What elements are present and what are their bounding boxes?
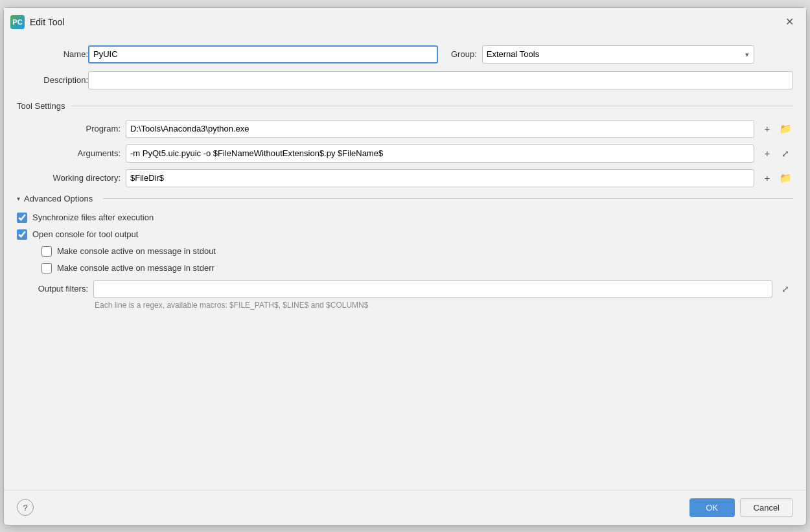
stdout-row: Make console active on message in stdout <box>17 246 793 257</box>
working-directory-add-button[interactable]: + <box>759 170 775 186</box>
program-input[interactable] <box>126 120 754 138</box>
working-directory-actions: + 📁 <box>759 170 793 186</box>
app-icon: PC <box>10 15 25 29</box>
dialog-title: Edit Tool <box>30 17 64 27</box>
arguments-row: Arguments: + ⤢ <box>23 145 793 163</box>
stdout-label: Make console active on message in stdout <box>57 246 216 256</box>
program-add-button[interactable]: + <box>759 121 775 137</box>
tool-settings-divider <box>71 106 793 106</box>
arguments-actions: + ⤢ <box>759 146 793 161</box>
description-label: Description: <box>17 75 88 85</box>
sync-files-checkbox[interactable] <box>17 213 27 223</box>
open-console-row: Open console for tool output <box>17 229 793 240</box>
advanced-options-header: ▾ Advanced Options <box>17 194 793 203</box>
arguments-label: Arguments: <box>23 148 121 158</box>
working-directory-row: Working directory: + 📁 <box>23 169 793 187</box>
close-button[interactable]: ✕ <box>781 14 797 30</box>
name-input[interactable] <box>88 45 438 64</box>
open-console-checkbox[interactable] <box>17 229 27 240</box>
program-folder-button[interactable]: 📁 <box>778 121 793 137</box>
arguments-add-button[interactable]: + <box>759 146 775 161</box>
output-filters-input[interactable] <box>93 280 772 298</box>
tool-settings-body: Program: + 📁 Arguments: + <box>17 120 793 187</box>
stderr-row: Make console active on message in stderr <box>17 263 793 273</box>
open-console-label: Open console for tool output <box>32 229 138 239</box>
cancel-button[interactable]: Cancel <box>740 498 793 517</box>
sync-files-row: Synchronize files after execution <box>17 213 793 223</box>
sync-files-label: Synchronize files after execution <box>32 213 154 222</box>
group-select[interactable]: External Tools <box>482 45 754 64</box>
output-filters-expand-button[interactable]: ⤢ <box>778 281 793 297</box>
dialog-body: Name: Group: External Tools Description:… <box>4 35 806 490</box>
name-label: Name: <box>17 49 88 59</box>
tool-settings-header: Tool Settings <box>17 101 793 111</box>
stderr-label: Make console active on message in stderr <box>57 263 214 273</box>
stderr-checkbox[interactable] <box>41 263 52 273</box>
advanced-options-title: Advanced Options <box>24 194 93 203</box>
help-button[interactable]: ? <box>17 499 34 516</box>
collapse-arrow[interactable]: ▾ <box>17 195 20 202</box>
advanced-options-divider <box>103 198 793 199</box>
stdout-checkbox[interactable] <box>41 246 52 257</box>
group-label: Group: <box>451 49 477 59</box>
title-bar: PC Edit Tool ✕ <box>4 8 806 35</box>
program-actions: + 📁 <box>759 121 793 137</box>
working-directory-folder-button[interactable]: 📁 <box>778 170 793 186</box>
edit-tool-dialog: PC Edit Tool ✕ Name: Group: External Too… <box>3 7 807 526</box>
footer-buttons: OK Cancel <box>689 498 793 517</box>
program-row: Program: + 📁 <box>23 120 793 138</box>
description-row: Description: <box>17 71 793 89</box>
ok-button[interactable]: OK <box>689 498 735 517</box>
working-directory-label: Working directory: <box>23 173 121 183</box>
working-directory-input[interactable] <box>126 169 754 187</box>
arguments-input[interactable] <box>126 145 754 163</box>
description-input[interactable] <box>88 71 793 89</box>
arguments-expand-button[interactable]: ⤢ <box>778 146 793 161</box>
hint-text: Each line is a regex, available macros: … <box>95 301 793 310</box>
group-section: Group: External Tools <box>451 45 754 64</box>
title-left: PC Edit Tool <box>10 15 64 29</box>
group-select-wrapper: External Tools <box>482 45 754 64</box>
dialog-footer: ? OK Cancel <box>4 490 806 525</box>
output-filters-row: Output filters: ⤢ <box>17 280 793 298</box>
tool-settings-title: Tool Settings <box>17 101 65 111</box>
program-label: Program: <box>23 124 121 133</box>
name-group-row: Name: Group: External Tools <box>17 45 793 64</box>
output-filters-label: Output filters: <box>17 284 88 294</box>
